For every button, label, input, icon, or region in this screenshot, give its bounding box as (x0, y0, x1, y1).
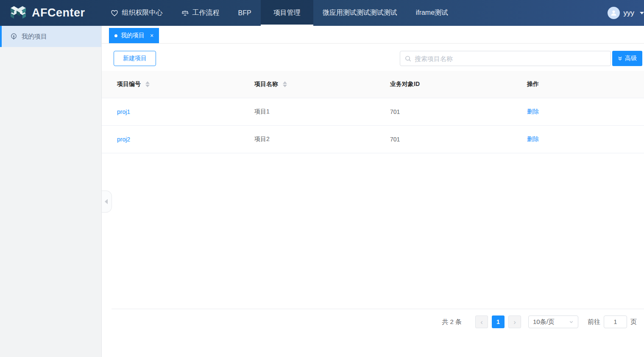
table-footer: 共 2 条 ‹ 1 › 10条/页 前往 页 (102, 309, 644, 357)
column-header-business-object-id: 业务对象ID (375, 71, 512, 98)
sidebar-item-my-projects[interactable]: 我的项目 (0, 26, 101, 47)
heart-icon (111, 10, 118, 17)
sidebar-item-label: 我的项目 (22, 33, 47, 41)
active-dot-icon (114, 34, 117, 37)
double-chevron-down-icon (618, 56, 622, 61)
table-row: proj2 项目2 701 删除 (102, 125, 644, 153)
search-box (400, 51, 611, 66)
tab-bar: 我的项目 × (102, 26, 644, 44)
prev-page-button[interactable]: ‹ (475, 315, 488, 328)
sort-icon[interactable] (145, 81, 150, 87)
nav-label: 组织权限中心 (122, 8, 163, 17)
nav-item-workflow[interactable]: 工作流程 (172, 0, 229, 26)
nav-item-iframe-test[interactable]: iframe测试 (407, 0, 457, 26)
chevron-left-icon: ‹ (480, 318, 483, 326)
nav-label: iframe测试 (416, 8, 448, 17)
user-menu[interactable]: yyy (608, 0, 644, 26)
app-title: AFCenter (32, 6, 85, 19)
sort-icon[interactable] (283, 81, 287, 87)
main-nav: 组织权限中心 工作流程 BFP 项目管理 微应用测试测试测试测试 iframe测… (101, 0, 458, 26)
sidebar-collapse-handle[interactable] (102, 191, 112, 213)
main-area: 我的项目 我的项目 × 新建项目 (0, 26, 644, 357)
chevron-down-icon (569, 320, 574, 324)
nav-item-microapp-test[interactable]: 微应用测试测试测试测试 (313, 0, 407, 26)
afcenter-logo-icon (9, 5, 28, 22)
nav-label: 项目管理 (273, 8, 301, 17)
delete-link[interactable]: 删除 (527, 108, 539, 115)
nav-label: 工作流程 (192, 8, 220, 17)
nav-item-org-permissions[interactable]: 组织权限中心 (101, 0, 172, 26)
nav-item-project-management[interactable]: 项目管理 (261, 0, 313, 26)
page-unit-label: 页 (630, 318, 637, 326)
table-header-row: 项目编号 项目名称 业务对象ID 操作 (102, 71, 644, 98)
scale-icon (181, 10, 189, 17)
page-size-select[interactable]: 10条/页 (528, 315, 578, 328)
page-size-value: 10条/页 (533, 318, 555, 326)
avatar (608, 7, 620, 19)
top-navbar: AFCenter 组织权限中心 工作流程 BFP 项目管理 (0, 0, 644, 26)
chevron-left-icon (105, 199, 108, 204)
nav-item-bfp[interactable]: BFP (229, 0, 261, 26)
nav-label: BFP (238, 9, 251, 17)
tab-label: 我的项目 (121, 32, 145, 39)
projects-table: 项目编号 项目名称 业务对象ID 操作 (102, 71, 644, 153)
toolbar: 新建项目 高级 (114, 51, 642, 66)
sidebar: 我的项目 (0, 26, 102, 357)
project-name-cell: 项目2 (254, 136, 270, 142)
column-header-project-name: 项目名称 (239, 71, 375, 98)
column-header-project-code: 项目编号 (102, 71, 239, 98)
advanced-label: 高级 (625, 55, 637, 62)
user-name: yyy (624, 9, 635, 17)
goto-page-input[interactable] (604, 315, 627, 328)
broadcast-icon (10, 33, 17, 40)
tab-my-projects[interactable]: 我的项目 × (109, 28, 159, 43)
business-object-id-cell: 701 (390, 108, 400, 115)
chevron-right-icon: › (513, 318, 516, 326)
chevron-down-icon (640, 12, 644, 14)
business-object-id-cell: 701 (390, 136, 400, 143)
advanced-search-button[interactable]: 高级 (612, 51, 642, 66)
column-header-actions: 操作 (512, 71, 644, 98)
new-project-button[interactable]: 新建项目 (114, 51, 156, 66)
project-code-link[interactable]: proj2 (117, 136, 130, 143)
pagination: 共 2 条 ‹ 1 › 10条/页 前往 页 (102, 309, 644, 328)
table-row: proj1 项目1 701 删除 (102, 98, 644, 125)
search-input[interactable] (415, 55, 606, 62)
project-code-link[interactable]: proj1 (117, 108, 130, 115)
nav-label: 微应用测试测试测试测试 (323, 8, 397, 17)
search-icon (405, 55, 411, 62)
content-panel: 我的项目 × 新建项目 高级 (102, 26, 644, 357)
total-count: 共 2 条 (442, 318, 462, 326)
next-page-button[interactable]: › (508, 315, 521, 328)
project-name-cell: 项目1 (254, 108, 270, 115)
delete-link[interactable]: 删除 (527, 136, 539, 142)
goto-label: 前往 (588, 318, 600, 326)
brand: AFCenter (0, 0, 85, 26)
page-number-button[interactable]: 1 (492, 315, 505, 328)
close-icon[interactable]: × (150, 32, 153, 39)
